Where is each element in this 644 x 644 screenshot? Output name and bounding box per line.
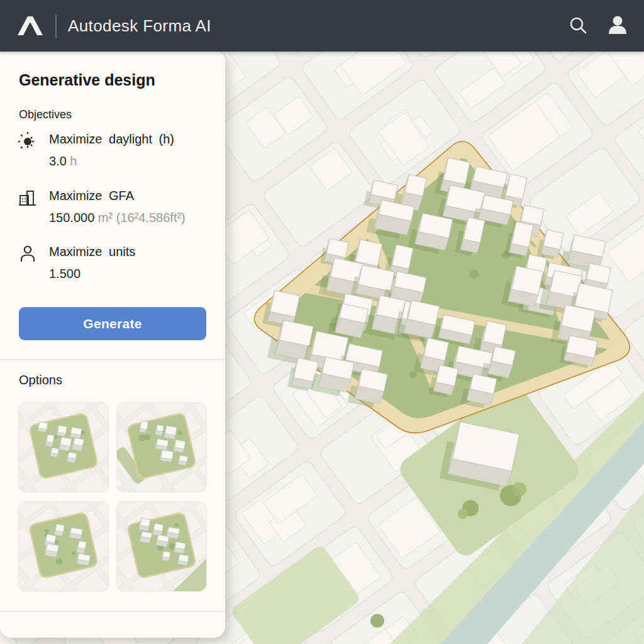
option-thumbnail-4[interactable]	[117, 502, 206, 591]
objective-value[interactable]: 150.000 m² (16²4.586ft²)	[49, 209, 186, 226]
objective-gfa[interactable]: Maximize GFA 150.000 m² (16²4.586ft²)	[18, 187, 215, 226]
person-icon	[18, 243, 40, 282]
divider	[0, 359, 225, 360]
search-icon	[567, 15, 590, 38]
options-heading: Options	[19, 372, 62, 387]
objective-daylight[interactable]: Maximize daylight (h) 3.0 h	[18, 131, 215, 169]
generate-button[interactable]: Generate	[19, 307, 206, 340]
autodesk-logo-icon	[16, 14, 44, 38]
user-account-button[interactable]	[606, 14, 629, 36]
divider	[0, 611, 225, 612]
forma-app-window: Autodesk Forma AI Generative design Obje…	[0, 0, 644, 644]
top-app-bar: Autodesk Forma AI	[0, 0, 644, 52]
building-icon	[18, 187, 40, 226]
panel-title: Generative design	[19, 69, 155, 91]
option-thumbnail-1[interactable]	[19, 402, 108, 492]
option-thumbnail-3[interactable]	[19, 502, 108, 591]
option-thumbnail-2[interactable]	[117, 402, 206, 492]
options-grid	[19, 402, 208, 591]
sun-icon	[18, 131, 40, 169]
generative-design-panel: Generative design Objectives Maximize da…	[0, 52, 225, 638]
objective-value[interactable]: 1.500	[49, 265, 135, 282]
objective-units[interactable]: Maximize units 1.500	[18, 243, 215, 282]
objective-label: Maximize units	[49, 243, 135, 260]
app-title: Autodesk Forma AI	[68, 0, 211, 52]
search-button[interactable]	[567, 15, 590, 38]
header-divider	[55, 14, 57, 38]
objective-value[interactable]: 3.0 h	[49, 153, 174, 169]
objectives-heading: Objectives	[19, 107, 72, 122]
user-icon	[606, 14, 629, 36]
objective-label: Maximize daylight (h)	[49, 131, 174, 147]
objective-label: Maximize GFA	[49, 187, 186, 204]
